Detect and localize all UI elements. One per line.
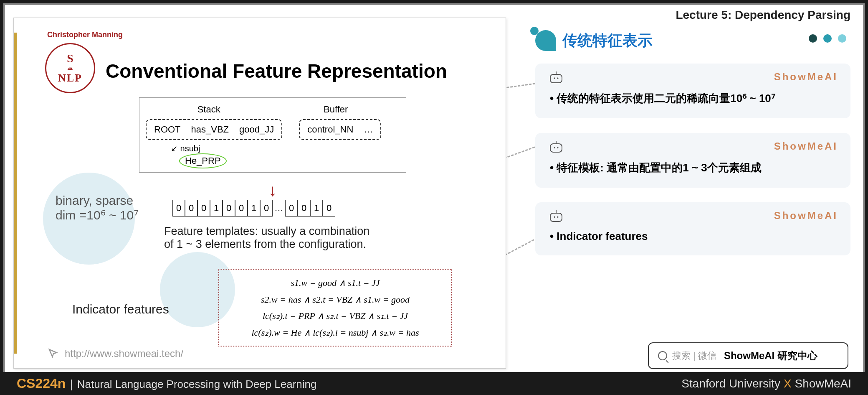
- stack-item: ROOT: [154, 124, 181, 135]
- vector-cell: 0: [197, 200, 210, 217]
- buffer-label: Buffer: [324, 104, 348, 115]
- section-title: 传统特征表示: [562, 31, 653, 51]
- robot-icon: [550, 74, 562, 83]
- card-brand: ShowMeAI: [774, 140, 838, 152]
- card-text: • 传统的特征表示使用二元的稀疏向量10⁶ ~ 10⁷: [550, 91, 836, 106]
- slide-panel: Christopher Manning S ⛰ NLP Conventional…: [13, 18, 506, 369]
- logo-nlp: NLP: [58, 72, 82, 84]
- author-name: Christopher Manning: [47, 31, 123, 39]
- url-row: http://www.showmeai.tech/: [47, 347, 183, 360]
- vector-cell: 0: [323, 200, 335, 217]
- robot-icon: [550, 143, 562, 153]
- lecture-header: Lecture 5: Dependency Parsing: [676, 8, 850, 22]
- search-icon: [658, 351, 667, 360]
- robot-icon: [550, 213, 562, 222]
- footer-separator: |: [70, 377, 73, 391]
- stanford-nlp-logo: S ⛰ NLP: [45, 43, 95, 93]
- info-card: ShowMeAI • Indicator features: [535, 202, 850, 255]
- info-card: ShowMeAI • 特征模板: 通常由配置中的1 ~ 3个元素组成: [535, 133, 850, 188]
- info-card: ShowMeAI • 传统的特征表示使用二元的稀疏向量10⁶ ~ 10⁷: [535, 64, 850, 118]
- vector-cell: 0: [298, 200, 310, 217]
- vector-cell: 0: [223, 200, 235, 217]
- search-brand: ShowMeAI 研究中心: [724, 349, 817, 362]
- indicator-features-label: Indicator features: [72, 302, 169, 316]
- buffer-item: …: [364, 124, 373, 135]
- indicator-line: s1.w = good ∧ s1.t = JJ: [227, 275, 444, 291]
- stack-buffer-diagram: Stack Buffer ROOT has_VBZ good_JJ contro…: [139, 97, 406, 173]
- blob-icon: [535, 30, 556, 51]
- search-hint: 搜索 | 微信: [672, 349, 716, 362]
- search-box[interactable]: 搜索 | 微信 ShowMeAI 研究中心: [648, 342, 848, 369]
- stack-item: good_JJ: [239, 124, 274, 135]
- buffer-item: control_NN: [307, 124, 353, 135]
- indicator-line: lc(s₂).t = PRP ∧ s₂.t = VBZ ∧ s₁.t = JJ: [227, 308, 444, 324]
- arrow-down-icon: ↓: [268, 181, 277, 200]
- section-header: 传统特征表示: [535, 30, 850, 51]
- buffer-box: control_NN …: [299, 119, 381, 140]
- university-name: Stanford University: [681, 377, 780, 390]
- url-text[interactable]: http://www.showmeai.tech/: [65, 348, 183, 359]
- vector-cell: 0: [185, 200, 197, 217]
- course-code: CS224n: [17, 376, 66, 391]
- vector-cell: 0: [285, 200, 298, 217]
- vector-cell: 1: [248, 200, 260, 217]
- indicator-features-box: s1.w = good ∧ s1.t = JJ s2.w = has ∧ s2.…: [218, 269, 452, 347]
- footer-bar: CS224n | Natural Language Processing wit…: [0, 372, 868, 395]
- card-brand: ShowMeAI: [774, 210, 838, 222]
- card-brand: ShowMeAI: [774, 71, 838, 83]
- binary-sparse-label: binary, sparse dim =10⁶ ~ 10⁷: [56, 194, 139, 222]
- vector-ellipsis: …: [273, 200, 285, 217]
- logo-s: S: [67, 52, 73, 65]
- logo-mountain-icon: ⛰: [67, 65, 73, 72]
- vector-cell: 0: [260, 200, 273, 217]
- showmeai-brand: ShowMeAI: [795, 377, 851, 390]
- vector-cell: 1: [310, 200, 323, 217]
- vector-cell: 0: [235, 200, 248, 217]
- indicator-line: s2.w = has ∧ s2.t = VBZ ∧ s1.w = good: [227, 291, 444, 308]
- indicator-line: lc(s₂).w = He ∧ lc(s₂).l = nsubj ∧ s₂.w …: [227, 324, 444, 341]
- nsubj-label: nsubj: [180, 144, 200, 153]
- right-panel: 传统特征表示 ShowMeAI • 传统的特征表示使用二元的稀疏向量10⁶ ~ …: [535, 30, 850, 270]
- binary-vector: 0 0 0 1 0 0 1 0 … 0 0 1 0: [172, 200, 335, 217]
- vector-cell: 0: [172, 200, 185, 217]
- slide-title: Conventional Feature Representation: [106, 60, 447, 82]
- vector-cell: 1: [210, 200, 223, 217]
- cursor-icon: [47, 347, 60, 360]
- gold-accent-bar: [14, 33, 17, 354]
- stack-label: Stack: [197, 104, 220, 115]
- course-name: Natural Language Processing with Deep Le…: [77, 378, 317, 391]
- card-text: • 特征模板: 通常由配置中的1 ~ 3个元素组成: [550, 161, 836, 175]
- x-separator: X: [784, 377, 792, 390]
- card-text: • Indicator features: [550, 230, 836, 243]
- stack-item: has_VBZ: [191, 124, 229, 135]
- feature-templates-text: Feature templates: usually a combination…: [164, 225, 373, 251]
- he-prp-token: He_PRP: [179, 153, 227, 168]
- stack-box: ROOT has_VBZ good_JJ: [146, 119, 282, 140]
- main-frame: Lecture 5: Dependency Parsing Christophe…: [3, 3, 865, 392]
